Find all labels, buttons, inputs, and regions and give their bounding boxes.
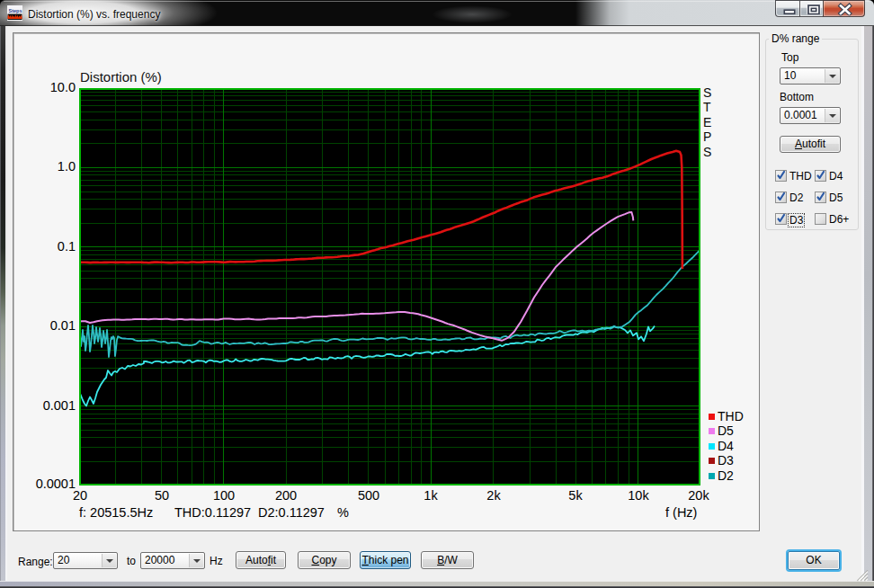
svg-text:Steps: Steps [9,8,22,13]
